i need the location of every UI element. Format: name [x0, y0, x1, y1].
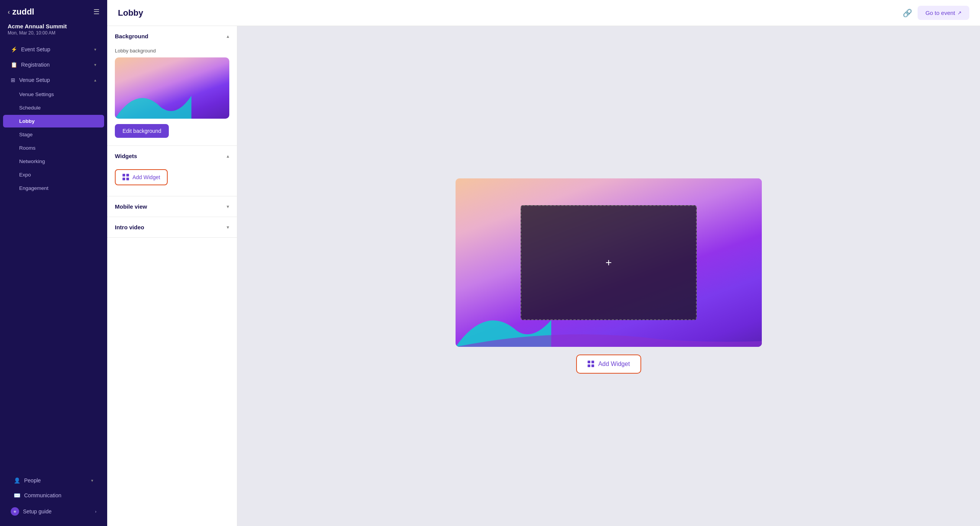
- logo-text: zuddl: [12, 7, 34, 17]
- background-section-title: Background: [115, 33, 149, 39]
- sidebar-item-expo[interactable]: Expo: [3, 168, 104, 181]
- widgets-section: Widgets ▴ Add Widget: [107, 146, 237, 196]
- edit-background-button[interactable]: Edit background: [115, 124, 169, 138]
- sidebar-label-networking: Networking: [19, 158, 45, 164]
- logo: ‹ zuddl: [8, 7, 34, 17]
- star-icon: ★: [11, 507, 19, 516]
- back-arrow-icon[interactable]: ‹: [8, 8, 10, 16]
- chevron-up-icon: ▴: [227, 33, 229, 39]
- sidebar-label-event-setup: Event Setup: [21, 46, 90, 52]
- intro-video-section-header[interactable]: Intro video ▾: [107, 217, 237, 237]
- event-date: Mon, Mar 20, 10:00 AM: [8, 30, 100, 36]
- sidebar-item-schedule[interactable]: Schedule: [3, 101, 104, 114]
- intro-video-section: Intro video ▾: [107, 217, 237, 238]
- mobile-view-section-header[interactable]: Mobile view ▾: [107, 196, 237, 217]
- communication-icon: ✉️: [14, 492, 20, 498]
- widgets-section-header[interactable]: Widgets ▴: [107, 146, 237, 166]
- chevron-down-icon: ▾: [227, 224, 229, 230]
- link-icon[interactable]: 🔗: [903, 8, 912, 18]
- widget-placeholder[interactable]: +: [521, 205, 697, 320]
- background-section: Background ▴ Lobby background Edit backg…: [107, 26, 237, 146]
- sidebar-label-rooms: Rooms: [19, 145, 36, 151]
- lobby-bg-label: Lobby background: [115, 48, 229, 54]
- sidebar-item-setup-guide[interactable]: ★ Setup guide ›: [3, 503, 104, 520]
- widget-grid-icon: [122, 174, 129, 181]
- chevron-up-icon: ▴: [227, 153, 229, 159]
- add-widget-panel-label: Add Widget: [132, 174, 160, 180]
- venue-setup-icon: ⊞: [11, 77, 15, 83]
- background-section-header[interactable]: Background ▴: [107, 26, 237, 46]
- widget-grid-preview-icon: [588, 361, 595, 368]
- edit-background-label: Edit background: [122, 128, 161, 134]
- sidebar-header: ‹ zuddl ☰: [0, 0, 107, 21]
- sidebar-bottom: 👤 People ▾ ✉️ Communication ★ Setup guid…: [0, 469, 107, 526]
- add-widget-preview-button[interactable]: Add Widget: [576, 354, 642, 374]
- external-link-icon: ↗: [957, 10, 962, 16]
- sidebar: ‹ zuddl ☰ Acme Annual Summit Mon, Mar 20…: [0, 0, 107, 526]
- content-area: Background ▴ Lobby background Edit backg…: [107, 26, 980, 526]
- chevron-up-icon: ▴: [94, 78, 96, 83]
- event-name: Acme Annual Summit: [8, 23, 100, 29]
- sidebar-label-communication: Communication: [24, 492, 93, 498]
- go-to-event-label: Go to event: [925, 10, 955, 16]
- sidebar-label-venue-settings: Venue Settings: [19, 91, 54, 97]
- topbar-right: 🔗 Go to event ↗: [903, 6, 969, 20]
- people-icon: 👤: [14, 477, 20, 484]
- sidebar-item-communication[interactable]: ✉️ Communication: [6, 488, 101, 503]
- sidebar-label-stage: Stage: [19, 132, 33, 137]
- registration-icon: 📋: [11, 62, 17, 68]
- sidebar-label-engagement: Engagement: [19, 185, 49, 191]
- background-preview: [115, 57, 229, 119]
- preview-purple-wave: [456, 316, 762, 347]
- sidebar-label-venue-setup: Venue Setup: [19, 77, 90, 83]
- chevron-down-icon: ▾: [91, 478, 93, 483]
- add-widget-preview-label: Add Widget: [598, 361, 630, 368]
- sidebar-item-engagement[interactable]: Engagement: [3, 182, 104, 194]
- sidebar-item-venue-settings[interactable]: Venue Settings: [3, 88, 104, 101]
- sidebar-label-registration: Registration: [21, 62, 90, 68]
- sidebar-item-stage[interactable]: Stage: [3, 128, 104, 141]
- mobile-view-section: Mobile view ▾: [107, 196, 237, 217]
- topbar: Lobby 🔗 Go to event ↗: [107, 0, 980, 26]
- add-widget-panel-button[interactable]: Add Widget: [115, 169, 168, 185]
- sidebar-item-registration[interactable]: 📋 Registration ▾: [3, 57, 104, 72]
- sidebar-label-setup-guide: Setup guide: [23, 508, 52, 515]
- settings-panel: Background ▴ Lobby background Edit backg…: [107, 26, 237, 526]
- event-info: Acme Annual Summit Mon, Mar 20, 10:00 AM: [0, 21, 107, 42]
- hamburger-icon[interactable]: ☰: [93, 8, 100, 16]
- chevron-right-icon: ›: [95, 509, 96, 514]
- intro-video-section-title: Intro video: [115, 224, 144, 230]
- sidebar-label-expo: Expo: [19, 172, 31, 178]
- sidebar-item-networking[interactable]: Networking: [3, 155, 104, 168]
- sidebar-item-event-setup[interactable]: ⚡ Event Setup ▾: [3, 42, 104, 57]
- sidebar-label-lobby: Lobby: [19, 118, 35, 124]
- widgets-section-body: Add Widget: [107, 166, 237, 196]
- event-setup-icon: ⚡: [11, 46, 17, 52]
- widgets-section-title: Widgets: [115, 153, 137, 159]
- chevron-down-icon: ▾: [94, 62, 96, 67]
- sidebar-item-lobby[interactable]: Lobby: [3, 115, 104, 127]
- main-area: Lobby 🔗 Go to event ↗ Background ▴ Lobby…: [107, 0, 980, 526]
- sidebar-item-people[interactable]: 👤 People ▾: [6, 473, 101, 488]
- sidebar-label-schedule: Schedule: [19, 105, 41, 111]
- sidebar-item-rooms[interactable]: Rooms: [3, 142, 104, 154]
- sidebar-item-venue-setup[interactable]: ⊞ Venue Setup ▴: [3, 73, 104, 87]
- chevron-down-icon: ▾: [227, 204, 229, 209]
- lobby-preview: +: [456, 178, 762, 347]
- chevron-down-icon: ▾: [94, 47, 96, 52]
- go-to-event-button[interactable]: Go to event ↗: [918, 6, 969, 20]
- mobile-view-section-title: Mobile view: [115, 203, 147, 210]
- preview-area: + Add Widget: [237, 26, 980, 526]
- background-section-body: Lobby background Edit background: [107, 46, 237, 145]
- sidebar-label-people: People: [24, 477, 87, 484]
- teal-wave-svg: [115, 73, 191, 119]
- page-title: Lobby: [118, 8, 143, 18]
